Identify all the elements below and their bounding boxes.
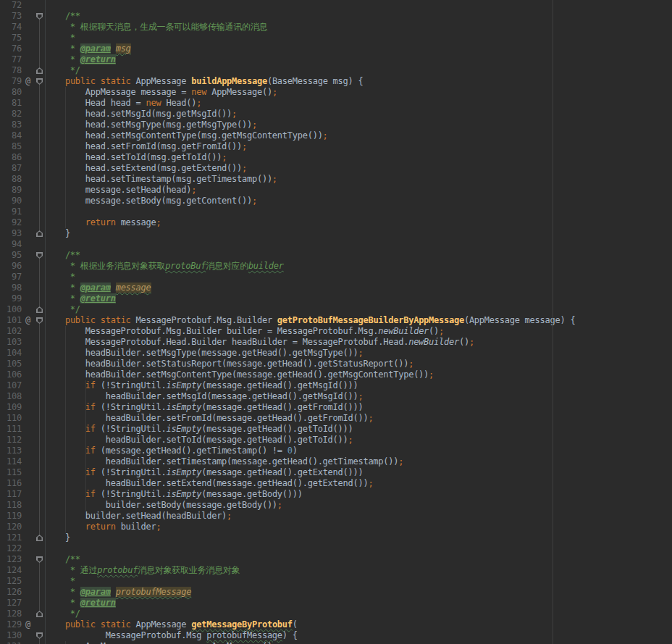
code-text[interactable]: */ [45,609,80,619]
code-text[interactable]: * @param message [45,283,151,293]
code-line[interactable]: 111 if (!StringUtil.isEmpty(message.getH… [0,424,672,435]
fold-collapse-marker[interactable] [34,76,45,87]
fold-collapse-marker[interactable] [34,11,45,22]
code-line[interactable]: 100 */ [0,304,672,315]
code-line[interactable]: 86 head.setToId(msg.getToId()); [0,152,672,163]
fold-arrow-up-icon[interactable] [36,306,43,313]
fold-arrow-up-icon[interactable] [36,611,43,617]
fold-arrow-down-icon[interactable] [36,317,43,324]
code-text[interactable]: * [45,33,75,43]
fold-arrow-down-icon[interactable] [36,78,43,85]
code-line[interactable]: 117 if (!StringUtil.isEmpty(message.getB… [0,489,672,500]
fold-arrow-up-icon[interactable] [36,535,43,541]
code-line[interactable]: 126 * @param protobufMessage [0,587,672,598]
code-line[interactable]: 129@ public static AppMessage getMessage… [0,619,672,630]
code-line[interactable]: 124 * 通过protobuf消息对象获取业务消息对象 [0,565,672,576]
code-line[interactable]: 97 * [0,272,672,283]
code-line[interactable]: 83 head.setMsgType(msg.getMsgType()); [0,120,672,130]
fold-end-marker[interactable] [34,532,45,543]
code-text[interactable]: * @param msg [45,43,131,54]
code-line[interactable]: 77 * @return [0,54,672,65]
code-line[interactable]: 84 head.setMsgContentType(msg.getMsgCont… [0,130,672,141]
code-line[interactable]: 81 Head head = new Head(); [0,98,672,109]
code-line[interactable]: 92 return message; [0,217,672,228]
code-line[interactable]: 94 [0,239,672,250]
code-text[interactable]: head.setTimestamp(msg.getTimestamp()); [45,174,277,185]
code-text[interactable]: * [45,272,75,283]
code-line[interactable]: 118 builder.setBody(message.getBody()); [0,500,672,511]
code-line[interactable]: 131 AppMessage message = new AppMessage(… [0,641,672,644]
code-text[interactable]: * 通过protobuf消息对象获取业务消息对象 [45,565,240,576]
code-line[interactable]: 110 headBuilder.setFromId(message.getHea… [0,413,672,424]
code-text[interactable]: } [45,532,70,543]
code-text[interactable]: * 根据聊天消息，生成一条可以能够传输通讯的消息 [45,22,267,33]
code-line[interactable]: 96 * 根据业务消息对象获取protoBuf消息对应的builder [0,261,672,272]
code-line[interactable]: 123 /** [0,554,672,565]
code-text[interactable]: Head head = new Head(); [45,98,201,109]
code-text[interactable]: if (!StringUtil.isEmpty(message.getHead(… [45,467,363,478]
code-text[interactable]: if (!StringUtil.isEmpty(message.getHead(… [45,402,363,413]
code-line[interactable]: 105 headBuilder.setStatusReport(message.… [0,359,672,369]
code-text[interactable]: * @return [45,598,116,609]
code-line[interactable]: 79@ public static AppMessage buildAppMes… [0,76,672,87]
code-text[interactable]: /** [45,554,80,565]
fold-end-marker[interactable] [34,65,45,76]
code-line[interactable]: 108 headBuilder.setMsgId(message.getHead… [0,391,672,402]
code-text[interactable]: MessageProtobuf.Msg protobufMessage) { [45,630,298,641]
fold-arrow-down-icon[interactable] [36,252,43,259]
code-line[interactable]: 112 headBuilder.setToId(message.getHead(… [0,435,672,446]
code-line[interactable]: 128 */ [0,609,672,619]
code-line[interactable]: 85 head.setFromId(msg.getFromId()); [0,141,672,152]
fold-collapse-marker[interactable] [34,630,45,641]
fold-collapse-marker[interactable] [34,554,45,565]
code-line[interactable]: 73 /** [0,11,672,22]
code-line[interactable]: 75 * [0,33,672,43]
code-text[interactable]: headBuilder.setMsgType(message.getHead()… [45,348,363,359]
code-text[interactable]: headBuilder.setExtend(message.getHead().… [45,478,373,489]
code-text[interactable]: headBuilder.setMsgContentType(message.ge… [45,369,434,380]
code-text[interactable]: */ [45,304,80,315]
code-text[interactable]: * @return [45,293,116,304]
code-line[interactable]: 120 return builder; [0,522,672,532]
code-line[interactable]: 89 message.setHead(head); [0,185,672,196]
code-text[interactable]: headBuilder.setToId(message.getHead().ge… [45,435,353,446]
code-line[interactable]: 122 [0,543,672,554]
code-text[interactable]: return builder; [45,522,161,532]
code-line[interactable]: 102 MessageProtobuf.Msg.Builder builder … [0,326,672,337]
code-line[interactable]: 115 if (!StringUtil.isEmpty(message.getH… [0,467,672,478]
fold-end-marker[interactable] [34,304,45,315]
fold-collapse-marker[interactable] [34,315,45,326]
code-text[interactable]: * @return [45,54,116,65]
code-line[interactable]: 127 * @return [0,598,672,609]
code-text[interactable]: public static MessageProtobuf.Msg.Builde… [45,315,575,326]
code-line[interactable]: 114 headBuilder.setTimestamp(message.get… [0,456,672,467]
code-text[interactable]: AppMessage message = new AppMessage(); [45,87,277,98]
code-text[interactable]: head.setMsgContentType(msg.getMsgContent… [45,130,328,141]
code-line[interactable]: 80 AppMessage message = new AppMessage()… [0,87,672,98]
fold-collapse-marker[interactable] [34,250,45,261]
code-line[interactable]: 101@ public static MessageProtobuf.Msg.B… [0,315,672,326]
code-text[interactable]: headBuilder.setTimestamp(message.getHead… [45,456,403,467]
code-text[interactable]: head.setFromId(msg.getFromId()); [45,141,247,152]
code-line[interactable]: 130 MessageProtobuf.Msg protobufMessage)… [0,630,672,641]
code-text[interactable]: headBuilder.setMsgId(message.getHead().g… [45,391,363,402]
code-text[interactable]: /** [45,11,80,22]
code-line[interactable]: 99 * @return [0,293,672,304]
code-text[interactable]: if (!StringUtil.isEmpty(message.getHead(… [45,380,358,391]
code-text[interactable]: /** [45,250,80,261]
code-text[interactable]: * @param protobufMessage [45,587,191,598]
code-text[interactable]: public static AppMessage getMessageByPro… [45,619,298,630]
code-text[interactable]: */ [45,65,80,76]
code-line[interactable]: 104 headBuilder.setMsgType(message.getHe… [0,348,672,359]
code-line[interactable]: 95 /** [0,250,672,261]
code-text[interactable]: head.setMsgType(msg.getMsgType()); [45,120,257,130]
code-text[interactable]: MessageProtobuf.Head.Builder headBuilder… [45,337,474,348]
code-text[interactable]: MessageProtobuf.Msg.Builder builder = Me… [45,326,444,337]
fold-arrow-down-icon[interactable] [36,13,43,20]
code-text[interactable]: } [45,228,70,239]
code-text[interactable]: head.setToId(msg.getToId()); [45,152,227,163]
code-line[interactable]: 74 * 根据聊天消息，生成一条可以能够传输通讯的消息 [0,22,672,33]
fold-arrow-up-icon[interactable] [36,230,43,237]
fold-arrow-down-icon[interactable] [36,632,43,639]
code-line[interactable]: 107 if (!StringUtil.isEmpty(message.getH… [0,380,672,391]
